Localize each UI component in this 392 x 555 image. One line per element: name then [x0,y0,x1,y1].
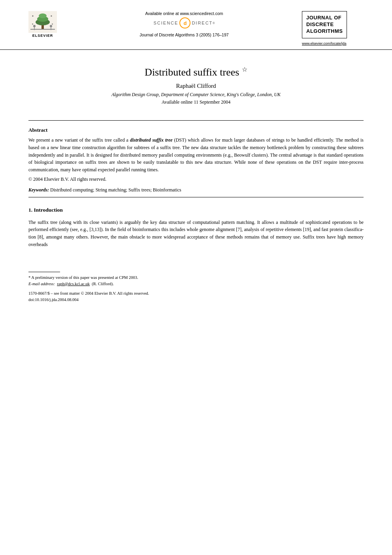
section1-title: 1. Introduction [28,207,364,213]
footnote-section: * A preliminary version of this paper wa… [28,275,364,307]
elsevier-logo-section: ✦ ✦ ✦ ✦ ELSEVIER [19,11,66,39]
registered-mark: ® [213,22,215,25]
email-label: E-mail address: [28,282,55,286]
page: ✦ ✦ ✦ ✦ ELSEVIER Available online at www… [0,0,392,555]
keywords-line: Keywords: Distributed computing; String … [28,187,364,193]
title-section: Distributed suffix trees ☆ Raphaël Cliff… [28,50,364,117]
journal-title-box: JOURNAL OF DISCRETE ALGORITHMS [302,11,347,38]
main-content: Distributed suffix trees ☆ Raphaël Cliff… [0,50,392,307]
footnote-area: * A preliminary version of this paper wa… [28,272,364,307]
email-attribution: (R. Clifford). [92,282,114,286]
elsevier-tree-image: ✦ ✦ ✦ ✦ [28,11,57,33]
journal-url[interactable]: www.elsevier.com/locate/jda [302,42,347,45]
direct-text: DIRECT [192,21,213,25]
header-center: Available online at www.sciencedirect.co… [66,11,302,37]
svg-text:✦: ✦ [32,23,34,25]
abstract-body: We present a new variant of the suffix t… [28,136,364,173]
issn-line: 1570-8667/$ – see front matter © 2004 El… [28,290,364,303]
science-text: SCIENCE [153,21,178,25]
svg-point-12 [50,25,52,27]
paper-title: Distributed suffix trees ☆ [28,66,364,78]
author-affiliation: Algorithm Design Group, Department of Co… [28,92,364,98]
elsevier-wordmark: ELSEVIER [32,34,53,38]
svg-text:✦: ✦ [32,15,34,18]
journal-box-section: JOURNAL OF DISCRETE ALGORITHMS www.elsev… [302,11,373,45]
keywords-label: Keywords: [28,187,49,193]
svg-point-5 [39,13,47,18]
journal-reference: Journal of Discrete Algorithms 3 (2005) … [139,32,228,37]
svg-point-10 [33,25,36,27]
email-address[interactable]: raph@dcs.kcl.ac.uk [57,282,90,286]
author-name: Raphaël Clifford [28,83,364,89]
journal-title-line3: ALGORITHMS [306,28,343,35]
star-footnote: ☆ [242,66,247,73]
svg-text:✦: ✦ [51,23,53,25]
abstract-divider [28,197,364,197]
title-divider [28,120,364,121]
journal-title-line1: JOURNAL OF [306,15,343,21]
star-footnote-text: * A preliminary version of this paper wa… [28,275,364,281]
elsevier-logo: ✦ ✦ ✦ ✦ ELSEVIER [25,11,60,39]
section-introduction: 1. Introduction The suffix tree (along w… [28,207,364,248]
available-online-text: Available online at www.sciencedirect.co… [145,11,223,16]
footnote-rule [28,272,60,272]
circle-d-icon: d [179,17,190,28]
header: ✦ ✦ ✦ ✦ ELSEVIER Available online at www… [0,0,392,50]
svg-text:✦: ✦ [50,15,53,18]
available-date: Available online 11 September 2004 [28,99,364,105]
copyright-text: © 2004 Elsevier B.V. All rights reserved… [28,176,364,183]
journal-title-line2: DISCRETE [306,21,343,28]
intro-paragraph1: The suffix tree (along with its close va… [28,219,364,248]
keywords-values: Distributed computing; String matching; … [50,187,181,193]
dst-term: distributed suffix tree [130,137,173,143]
sciencedirect-logo: SCIENCE d DIRECT® [153,17,215,28]
email-footnote: E-mail address: raph@dcs.kcl.ac.uk (R. C… [28,281,364,287]
abstract-section: Abstract We present a new variant of the… [28,127,364,193]
abstract-heading: Abstract [28,127,364,133]
